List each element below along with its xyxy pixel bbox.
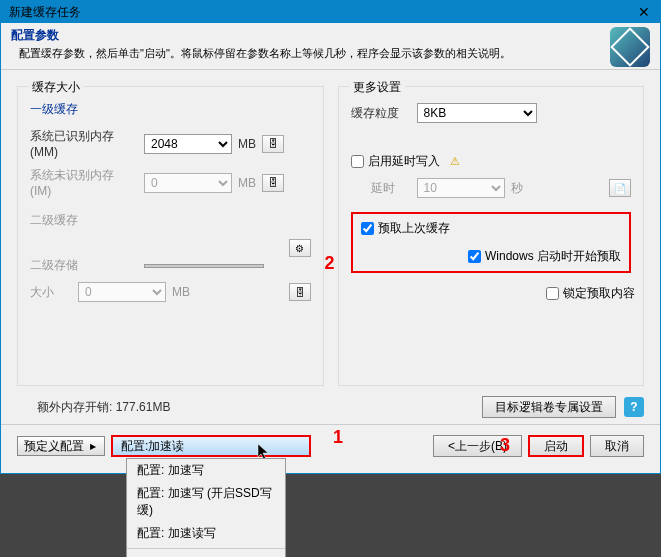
recognized-mem-select[interactable]: 2048 xyxy=(144,134,232,154)
delay-label: 延时 xyxy=(371,180,411,197)
annotation-3: 3 xyxy=(500,435,510,456)
cancel-button[interactable]: 取消 xyxy=(590,435,644,457)
l2-size-unit: MB xyxy=(172,285,190,299)
l2-size-select: 0 xyxy=(78,282,166,302)
chevron-right-icon: ▶ xyxy=(90,442,96,451)
unrecognized-mem-unit: MB xyxy=(238,176,256,190)
menu-item-recent[interactable]: 最近一次使用的配置 xyxy=(127,552,285,557)
annotation-2: 2 xyxy=(325,253,335,274)
unrecognized-mem-label: 系统未识别内存 (IM) xyxy=(30,167,138,198)
menu-item-accel-write-ssd[interactable]: 配置: 加速写 (开启SSD写缓) xyxy=(127,482,285,522)
delay-select: 10 xyxy=(417,178,505,198)
menu-item-accel-write[interactable]: 配置: 加速写 xyxy=(127,459,285,482)
menu-item-accel-rw[interactable]: 配置: 加速读写 xyxy=(127,522,285,545)
window-title: 新建缓存任务 xyxy=(9,4,81,21)
lock-prefetch-input[interactable] xyxy=(546,287,559,300)
more-settings-panel: 更多设置 缓存粒度 8KB 启用延时写入 ⚠ 延时 10 秒 📄 2 xyxy=(338,86,645,386)
recognized-mem-icon[interactable]: 🗄 xyxy=(262,135,284,153)
lock-prefetch-checkbox[interactable]: 锁定预取内容 xyxy=(546,285,635,302)
preset-menu: 配置: 加速写 配置: 加速写 (开启SSD写缓) 配置: 加速读写 最近一次使… xyxy=(126,458,286,557)
granularity-select[interactable]: 8KB xyxy=(417,103,537,123)
help-icon[interactable]: ? xyxy=(624,397,644,417)
annotation-1: 1 xyxy=(333,427,343,448)
extra-mem-value: 177.61MB xyxy=(116,400,171,414)
l2-size-icon[interactable]: 🗄 xyxy=(289,283,311,301)
warn-icon: ⚠ xyxy=(450,155,460,168)
prefetch-boot-checkbox[interactable]: Windows 启动时开始预取 xyxy=(468,248,621,265)
l2-storage-label: 二级存储 xyxy=(30,257,138,274)
granularity-label: 缓存粒度 xyxy=(351,105,411,122)
config-display[interactable]: 配置: 加速读 xyxy=(111,435,311,457)
close-icon[interactable]: ✕ xyxy=(632,3,656,21)
header: 配置参数 配置缓存参数，然后单击"启动"。将鼠标停留在参数名称上等候几秒，程序会… xyxy=(1,23,660,69)
l2-title: 二级缓存 xyxy=(30,212,311,229)
menu-separator xyxy=(127,548,285,549)
extra-mem-label: 额外内存开销: xyxy=(37,400,112,414)
l1-title: 一级缓存 xyxy=(30,101,311,118)
unrecognized-mem-select: 0 xyxy=(144,173,232,193)
recognized-mem-label: 系统已识别内存 (MM) xyxy=(30,128,138,159)
cache-size-title: 缓存大小 xyxy=(28,79,84,96)
prefetch-input[interactable] xyxy=(361,222,374,235)
l2-size-label: 大小 xyxy=(30,284,72,301)
l2-storage-slider xyxy=(144,264,264,268)
defer-write-checkbox[interactable]: 启用延时写入 xyxy=(351,153,440,170)
delay-icon[interactable]: 📄 xyxy=(609,179,631,197)
l2-config-icon[interactable]: ⚙ xyxy=(289,239,311,257)
header-title: 配置参数 xyxy=(11,27,600,44)
prefetch-checkbox[interactable]: 预取上次缓存 xyxy=(361,220,450,237)
delay-unit: 秒 xyxy=(511,180,523,197)
prefetch-highlight-box: 预取上次缓存 Windows 启动时开始预取 xyxy=(351,212,632,273)
preset-button[interactable]: 预定义配置 ▶ xyxy=(17,436,105,456)
more-settings-title: 更多设置 xyxy=(349,79,405,96)
unrecognized-mem-icon[interactable]: 🗄 xyxy=(262,174,284,192)
defer-write-input[interactable] xyxy=(351,155,364,168)
prefetch-boot-input[interactable] xyxy=(468,250,481,263)
recognized-mem-unit: MB xyxy=(238,137,256,151)
header-desc: 配置缓存参数，然后单击"启动"。将鼠标停留在参数名称上等候几秒，程序会显示该参数… xyxy=(19,46,600,61)
app-icon xyxy=(610,27,650,67)
cache-size-panel: 缓存大小 一级缓存 系统已识别内存 (MM) 2048 MB 🗄 系统未识别内存… xyxy=(17,86,324,386)
start-button[interactable]: 启动 xyxy=(528,435,584,457)
target-volume-button[interactable]: 目标逻辑卷专属设置 xyxy=(482,396,616,418)
titlebar: 新建缓存任务 ✕ xyxy=(1,1,660,23)
